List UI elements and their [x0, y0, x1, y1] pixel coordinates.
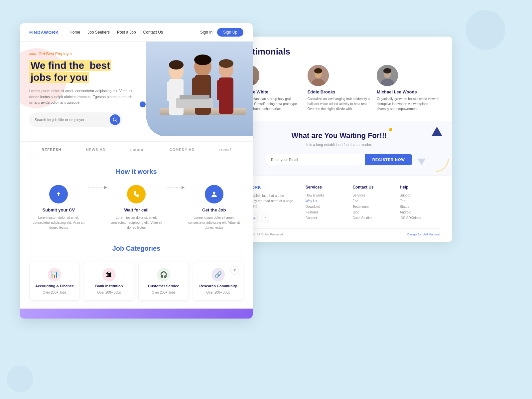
footer-contact-col: Contact Us Services Faq Testimonial Blog… — [352, 185, 393, 222]
step-1-title: Submit your CV — [43, 207, 75, 212]
how-it-works-section: How it works Submit your CV Lorem ipsum … — [20, 158, 253, 237]
footer-designer-name: Arif Mahmud — [423, 233, 440, 236]
search-input[interactable] — [35, 118, 107, 122]
footer-help-col: Help Support Faq Status Android iOS SDK/… — [400, 185, 440, 222]
svg-rect-13 — [225, 80, 229, 100]
step-3: Get the Job Lorem ipsum dolor sit amet, … — [185, 185, 243, 230]
step-arrow-2: ▶ — [166, 185, 185, 204]
navbar: FINDAWORK Home Job Seekers Post a Job Co… — [20, 23, 253, 42]
footer-link-download[interactable]: Download — [306, 205, 346, 208]
svg-point-17 — [194, 55, 211, 65]
step-1-icon — [49, 185, 68, 203]
hero-tag-line — [29, 54, 36, 55]
footer: NDAWORK a long establish fact that a d b… — [226, 175, 452, 242]
footer-link-faq-help[interactable]: Faq — [400, 199, 440, 203]
category-accounting-count: Over 200+ Jobs — [43, 291, 66, 294]
dot-accent — [140, 101, 146, 107]
footer-grid: NDAWORK a long establish fact that a d b… — [238, 185, 440, 222]
footer-link-android[interactable]: Android — [400, 210, 440, 214]
accounting-icon: 📊 — [48, 268, 61, 281]
hero-photo-area — [143, 42, 253, 140]
category-bank[interactable]: 🏛 Bank Institution Over 200+ Jobs — [84, 262, 134, 301]
footer-link-faq-contact[interactable]: Faq — [352, 199, 393, 203]
bottom-strip — [20, 309, 253, 319]
scroll-down-button[interactable]: ▼ — [230, 266, 239, 275]
svg-rect-14 — [176, 98, 213, 108]
footer-link-support[interactable]: Support — [400, 194, 440, 197]
footer-link-contact[interactable]: Contact — [306, 216, 346, 220]
hero-content: Get Best Employer We find the bestjobs f… — [29, 52, 136, 127]
testimonials-section: Testimonials Suzzane White Business plan… — [226, 37, 452, 121]
nav-contact[interactable]: Contact Us — [143, 30, 163, 35]
nav-job-seekers[interactable]: Job Seekers — [87, 30, 110, 35]
cta-section: What are You Waiting For!!! It is a long… — [226, 121, 452, 175]
category-customer[interactable]: 🎧 Customer Service Over 200+ Jobs — [138, 262, 189, 301]
category-research-name: Research Community — [199, 284, 237, 288]
brands-section: REFRESH NEWS HD natural COMEDY HD travel — [20, 141, 253, 158]
footer-link-features[interactable]: Features — [306, 210, 346, 214]
signup-button[interactable]: Sign Up — [217, 28, 243, 37]
cta-decor-triangle-bottom — [418, 159, 426, 165]
upload-icon — [55, 190, 63, 198]
step-3-title: Get the Job — [202, 207, 226, 212]
footer-link-status[interactable]: Status — [400, 205, 440, 208]
testimonial-2-avatar — [308, 65, 329, 86]
footer-link-case-studies[interactable]: Case Studies — [352, 216, 393, 220]
category-customer-count: Over 200+ Jobs — [152, 291, 176, 294]
scene: FINDAWORK Home Job Seekers Post a Job Co… — [0, 0, 532, 399]
footer-link-ios[interactable]: iOS SDK/docs — [400, 216, 440, 220]
people-figures — [146, 42, 253, 136]
footer-link-why-us[interactable]: Why Us — [306, 199, 346, 203]
hero-tag-text: Get Best Employer — [39, 52, 72, 56]
footer-help-title: Help — [400, 185, 440, 190]
search-button[interactable] — [110, 114, 120, 125]
testimonial-2-text: Capitalize on low hanging fruit to ident… — [308, 96, 371, 111]
research-icon: 🔗 — [211, 268, 225, 281]
category-research-count: Over 200+ Jobs — [206, 291, 230, 294]
cta-title: What are You Waiting For!!! — [238, 131, 440, 140]
nav-post-job[interactable]: Post a Job — [117, 30, 136, 35]
svg-rect-4 — [167, 81, 172, 101]
phone-icon — [132, 190, 140, 198]
navbar-links: Home Job Seekers Post a Job Contact Us — [69, 30, 190, 35]
hero-tag: Get Best Employer — [29, 52, 136, 56]
signin-button[interactable]: Sign In — [200, 30, 212, 35]
category-research[interactable]: ▼ 🔗 Research Community Over 200+ Jobs — [193, 262, 243, 301]
step-1: Submit your CV Lorem ipsum dolor sit ame… — [29, 185, 88, 230]
navbar-actions: Sign In Sign Up — [200, 28, 243, 37]
footer-link-testimonial[interactable]: Testimonial — [352, 205, 393, 208]
nav-home[interactable]: Home — [69, 30, 80, 35]
testimonial-3-avatar — [377, 65, 398, 86]
footer-link-how-it-works[interactable]: How it works — [306, 194, 346, 197]
customer-icon: 🎧 — [157, 268, 170, 281]
hero-title-part2: jobs for you — [29, 72, 89, 83]
brand-travel: travel — [219, 148, 231, 152]
step-dots-1: ▶ — [88, 185, 107, 190]
testimonial-3-text: Organically grow the holistic world view… — [377, 96, 440, 111]
steps-container: Submit your CV Lorem ipsum dolor sit ame… — [29, 185, 243, 230]
hero-description: Lorem ipsum dolor sit amet, consectetur … — [29, 88, 136, 106]
email-input[interactable] — [266, 154, 365, 165]
bank-icon: 🏛 — [102, 268, 116, 281]
step-2: Wait for call Lorem ipsum dolor sit amet… — [107, 185, 166, 230]
testimonials-title: Testimonials — [238, 47, 440, 57]
step-dots-2: ▶ — [166, 185, 185, 190]
social-linkedin[interactable]: in — [261, 214, 269, 222]
svg-point-34 — [383, 68, 391, 73]
category-bank-name: Bank Institution — [95, 284, 123, 288]
step-3-icon — [205, 185, 223, 203]
brand-comedy: COMEDY HD — [169, 148, 195, 152]
testimonials-grid: Suzzane White Business plan lean startup… — [238, 65, 440, 111]
step-2-title: Wait for call — [124, 207, 148, 212]
search-bar — [29, 112, 122, 127]
how-it-works-title: How it works — [29, 168, 243, 176]
footer-link-services[interactable]: Services — [352, 194, 393, 197]
avatar-eddie — [308, 65, 329, 86]
footer-bottom: yright@2020. All Rights Reserved. Design… — [238, 228, 440, 236]
category-accounting[interactable]: 📊 Accounting & Finance Over 200+ Jobs — [29, 262, 80, 301]
register-button[interactable]: REGISTER NOW — [365, 154, 412, 165]
bg-decor-circle-bottom-left — [7, 366, 33, 392]
hero-section: Get Best Employer We find the bestjobs f… — [20, 42, 253, 141]
footer-link-blog[interactable]: Blog — [352, 210, 393, 214]
cta-decor-dot — [389, 128, 392, 131]
